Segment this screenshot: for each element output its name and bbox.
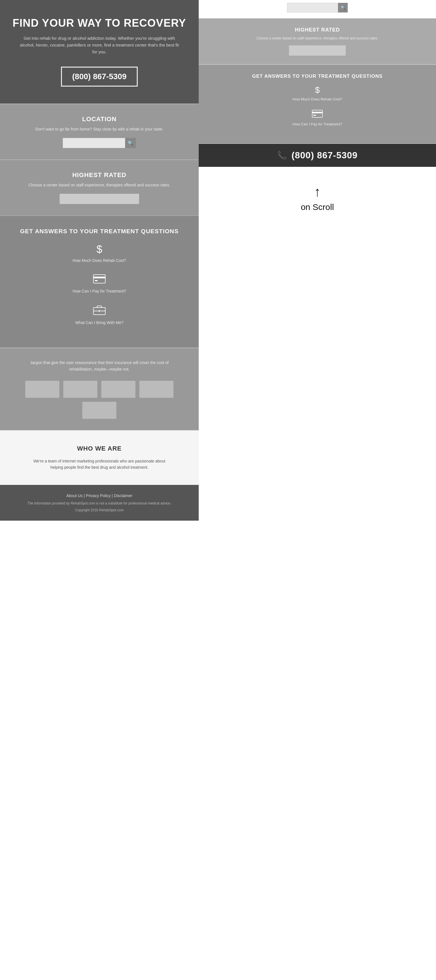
footer-copyright: Copyright 2016 RehabSpot.com — [6, 508, 193, 512]
right-credit-card-icon — [204, 110, 430, 120]
hero-phone-button[interactable]: (800) 867-5309 — [61, 67, 137, 86]
footer-separator-1: | — [84, 493, 86, 498]
right-highest-rated-heading: HIGHEST RATED — [204, 27, 430, 33]
right-search-input[interactable] — [287, 3, 338, 13]
treatment-item-cost[interactable]: $ How Much Does Rehab Cost? — [8, 243, 190, 263]
right-treatment-item-cost[interactable]: $ How Much Does Rehab Cost? — [204, 85, 430, 101]
svg-rect-7 — [312, 112, 323, 113]
highest-rated-input[interactable] — [60, 194, 139, 204]
highest-rated-section: HIGHEST RATED Choose a center based on s… — [0, 159, 199, 215]
right-column: 🔍 HIGHEST RATED Choose a center based on… — [199, 0, 436, 980]
insurance-logo-5 — [82, 402, 116, 419]
footer: About Us | Privacy Policy | Disclaimer T… — [0, 485, 199, 521]
right-search-button[interactable]: 🔍 — [338, 3, 348, 13]
footer-links: About Us | Privacy Policy | Disclaimer — [6, 493, 193, 498]
insurance-logo-4 — [139, 381, 173, 398]
right-phone-number[interactable]: (800) 867-5309 — [291, 150, 358, 161]
svg-rect-6 — [312, 110, 323, 118]
hero-title: FIND YOUR WAY TO RECOVERY — [11, 17, 187, 29]
right-highest-rated-section: HIGHEST RATED Choose a center based on s… — [199, 18, 436, 65]
insurance-logo-2 — [63, 381, 97, 398]
footer-separator-2: | — [112, 493, 114, 498]
treatment-item-pay[interactable]: How Can I Pay for Treatment? — [8, 274, 190, 293]
right-treatment-item-pay[interactable]: How Can I Pay for Treatment? — [204, 110, 430, 126]
svg-rect-2 — [95, 280, 98, 281]
treatment-item-bring[interactable]: What Can I Bring With Me? — [8, 305, 190, 325]
treatment-item-pay-label: How Can I Pay for Treatment? — [8, 289, 190, 293]
location-description: Don't want to go far from home? Stay clo… — [8, 126, 190, 132]
insurance-description: Jargon that give the user reassurance th… — [29, 360, 170, 372]
footer-privacy-link[interactable]: Privacy Policy — [86, 493, 111, 498]
location-heading: LOCATION — [8, 116, 190, 123]
scroll-arrow-up-icon: ↑ — [204, 184, 430, 199]
briefcase-icon — [8, 305, 190, 318]
who-we-are-section: WHO WE ARE We're a team of internet mark… — [0, 430, 199, 485]
right-treatment-section: GET ANSWERS TO YOUR TREATMENT QUESTIONS … — [199, 65, 436, 144]
dollar-icon: $ — [8, 243, 190, 255]
credit-card-icon — [8, 274, 190, 286]
footer-about-link[interactable]: About Us — [67, 493, 83, 498]
footer-disclaimer-text: The information provided by RehabSpot.co… — [6, 501, 193, 506]
insurance-logos — [8, 381, 190, 419]
hero-section: FIND YOUR WAY TO RECOVERY Get into rehab… — [0, 0, 199, 103]
location-section: LOCATION Don't want to go far from home?… — [0, 103, 199, 159]
treatment-heading: GET ANSWERS TO YOUR TREATMENT QUESTIONS — [8, 227, 190, 235]
location-search-input[interactable] — [63, 138, 125, 148]
left-column: FIND YOUR WAY TO RECOVERY Get into rehab… — [0, 0, 199, 980]
right-phone-icon: 📞 — [277, 151, 287, 160]
svg-rect-8 — [313, 115, 316, 116]
highest-rated-heading: HIGHEST RATED — [8, 171, 190, 179]
who-we-are-description: We're a team of internet marketing profe… — [31, 458, 167, 471]
location-search-row: 🔍 — [8, 138, 190, 148]
right-treatment-heading: GET ANSWERS TO YOUR TREATMENT QUESTIONS — [204, 73, 430, 80]
insurance-logo-3 — [101, 381, 135, 398]
scroll-hint-label: on Scroll — [204, 202, 430, 212]
svg-rect-0 — [93, 275, 105, 283]
hero-description: Get into rehab for drug or alcohol addic… — [20, 35, 179, 55]
insurance-logo-1 — [25, 381, 59, 398]
who-we-are-heading: WHO WE ARE — [8, 445, 190, 452]
location-search-button[interactable]: 🔍 — [125, 138, 136, 148]
scroll-hint-section: ↑ on Scroll — [199, 167, 436, 223]
highest-rated-description: Choose a center based on staff experienc… — [8, 182, 190, 188]
right-treatment-item-pay-label: How Can I Pay for Treatment? — [204, 122, 430, 126]
right-treatment-item-cost-label: How Much Does Rehab Cost? — [204, 97, 430, 101]
right-rating-bar[interactable] — [289, 45, 346, 56]
treatment-item-bring-label: What Can I Bring With Me? — [8, 320, 190, 325]
treatment-section: GET ANSWERS TO YOUR TREATMENT QUESTIONS … — [0, 215, 199, 348]
right-search-row: 🔍 — [204, 3, 430, 13]
right-search-section: 🔍 — [199, 0, 436, 18]
insurance-section: Jargon that give the user reassurance th… — [0, 348, 199, 430]
treatment-item-cost-label: How Much Does Rehab Cost? — [8, 258, 190, 263]
right-highest-rated-description: Choose a center based on staff experienc… — [204, 36, 430, 41]
footer-disclaimer-link[interactable]: Disclaimer — [114, 493, 132, 498]
svg-rect-1 — [93, 277, 105, 278]
right-phone-bar[interactable]: 📞 (800) 867-5309 — [199, 144, 436, 167]
right-dollar-icon: $ — [204, 85, 430, 95]
